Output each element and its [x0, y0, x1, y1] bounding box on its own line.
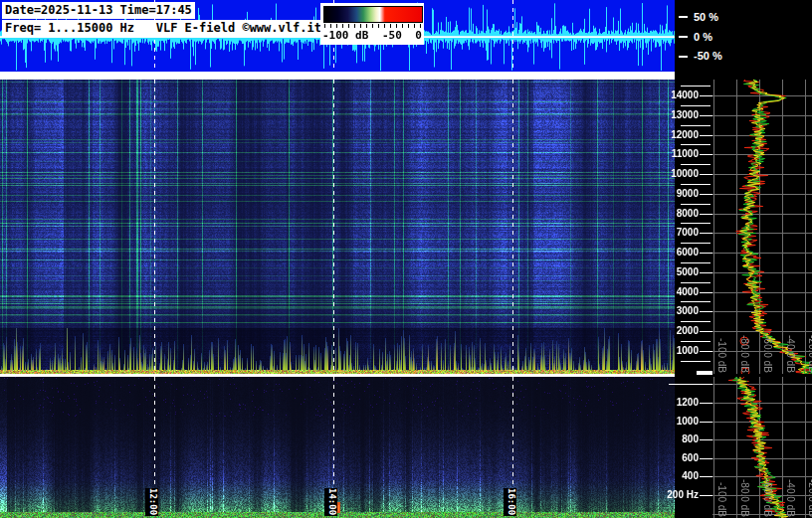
freq-major-tick — [700, 135, 712, 136]
colorbar-ticks — [324, 24, 421, 28]
db-axis-label: -100 dB — [716, 482, 727, 517]
amplitude-percent-axis: 50 %0 %-50 % — [675, 0, 812, 72]
freq-tick-label: 600 — [661, 452, 699, 463]
freq-minor-tick — [681, 105, 710, 106]
time-gridline — [512, 80, 513, 374]
freq-tick-label: 800 — [661, 433, 699, 444]
db-axis-label: -60.0 dB — [762, 335, 773, 373]
db-axis-label: -80.0 dB — [739, 335, 750, 373]
freq-tick-label: 12000 — [669, 129, 699, 140]
freq-minor-tick — [681, 321, 710, 322]
date-time-text: Date=2025-11-13 Time=17:45 — [5, 3, 192, 17]
freq-major-tick — [700, 214, 712, 215]
freq-major-tick — [700, 272, 712, 273]
freq-tick-label: 5000 — [669, 266, 699, 277]
freq-tick-label: 2000 — [669, 325, 699, 336]
db-axis-low: -100 dB-80.0 dB-60.0 dB-40.0 dB-20.0 dB — [712, 377, 812, 518]
freq-major-tick — [700, 495, 712, 496]
freq-tick-label: 13000 — [669, 109, 699, 120]
colorbar-gradient — [323, 6, 423, 23]
freq-range-readout: Freq= 1...15000 Hz VLF E-field ©www.vlf.… — [2, 20, 324, 37]
time-gridline — [512, 0, 513, 72]
freq-minor-tick — [681, 361, 710, 362]
amplitude-label: 50 % — [694, 11, 718, 23]
freq-tick-label: 10000 — [669, 168, 699, 179]
freq-major-tick — [700, 174, 712, 175]
freq-minor-tick — [669, 384, 712, 385]
freq-minor-tick — [681, 164, 710, 165]
freq-major-tick — [700, 439, 712, 440]
freq-tick-label: 1000 — [669, 345, 699, 356]
freq-major-tick — [700, 351, 712, 352]
time-gridline — [333, 80, 334, 374]
amplitude-label: 0 % — [694, 31, 712, 43]
freq-minor-tick — [681, 144, 710, 145]
freq-major-tick — [700, 476, 712, 477]
freq-minor-tick — [681, 282, 710, 283]
freq-tick-label: 3000 — [669, 305, 699, 316]
freq-major-tick — [700, 292, 712, 293]
low-spectrogram-overlays: 12:0014:0016:00 — [0, 377, 675, 518]
freq-major-tick — [700, 403, 712, 404]
freq-tick-label: 8000 — [669, 208, 699, 219]
freq-minor-tick — [681, 301, 710, 302]
freq-tick-label: 200 Hz — [661, 489, 699, 500]
colorbar-label-max: 0 — [415, 29, 422, 42]
time-gridline — [333, 377, 334, 490]
freq-minor-tick — [681, 243, 710, 244]
db-axis-label: -100 dB — [716, 338, 727, 373]
freq-minor-tick — [681, 86, 710, 86]
freq-minor-tick — [681, 204, 710, 205]
db-axis-label: -20.0 dB — [807, 335, 812, 373]
db-axis-main: -100 dB-80.0 dB-60.0 dB-40.0 dB-20.0 dB — [712, 80, 812, 374]
amplitude-tick — [679, 56, 688, 58]
freq-major-tick — [700, 311, 712, 312]
amplitude-label: -50 % — [694, 50, 722, 62]
amplitude-tick — [679, 36, 688, 38]
separator-top — [0, 72, 675, 80]
date-time-readout: Date=2025-11-13 Time=17:45 — [2, 2, 195, 19]
db-axis-label: -40.0 dB — [785, 335, 796, 373]
time-label: 14:00 — [324, 488, 337, 516]
freq-tick-label: 1200 — [661, 397, 699, 408]
freq-tick-label: 1000 — [661, 416, 699, 427]
amplitude-tick — [679, 16, 688, 18]
freq-tick-label: 11000 — [669, 148, 699, 159]
time-gridline — [512, 377, 513, 490]
freq-tick-label: 14000 — [669, 89, 699, 100]
axis-corner-tick — [697, 371, 712, 375]
freq-minor-tick — [681, 223, 710, 224]
db-colorbar: -100 dB -50 0 — [320, 3, 424, 45]
time-label: 16:00 — [504, 488, 516, 516]
main-spectrogram-overlays — [0, 80, 675, 374]
freq-major-tick — [700, 115, 712, 116]
freq-major-tick — [700, 458, 712, 459]
freq-tick-label: 7000 — [669, 227, 699, 238]
vlf-monitor-screen: 12:0014:0016:00 50 %0 %-50 % 14000130001… — [0, 0, 812, 518]
time-gridline — [154, 80, 155, 374]
freq-tick-label: 9000 — [669, 188, 699, 199]
db-axis-label: -20.0 dB — [807, 479, 812, 517]
frequency-axis-low: 12001000800600400200 Hz — [675, 377, 712, 518]
freq-major-tick — [700, 154, 712, 155]
freq-minor-tick — [681, 262, 710, 263]
freq-minor-tick — [681, 341, 710, 342]
freq-range-text: Freq= 1...15000 Hz VLF E-field ©www.vlf.… — [5, 21, 321, 35]
colorbar-label-mid: -50 — [382, 29, 402, 42]
frequency-axis-main: 1400013000120001100010000900080007000600… — [675, 80, 712, 374]
freq-major-tick — [700, 194, 712, 195]
freq-tick-label: 6000 — [669, 247, 699, 258]
time-gridline — [154, 377, 155, 490]
db-axis-label: -60.0 dB — [762, 479, 773, 517]
freq-tick-label: 400 — [661, 470, 699, 481]
freq-major-tick — [700, 95, 712, 96]
colorbar-labels: -100 dB -50 0 — [322, 29, 422, 42]
freq-minor-tick — [681, 125, 710, 126]
time-label: 12:00 — [145, 488, 158, 516]
freq-major-tick — [700, 331, 712, 332]
freq-major-tick — [700, 233, 712, 234]
freq-minor-tick — [681, 184, 710, 185]
db-axis-label: -80.0 dB — [739, 479, 750, 517]
colorbar-label-min: -100 dB — [322, 29, 368, 42]
freq-tick-label: 4000 — [669, 286, 699, 297]
